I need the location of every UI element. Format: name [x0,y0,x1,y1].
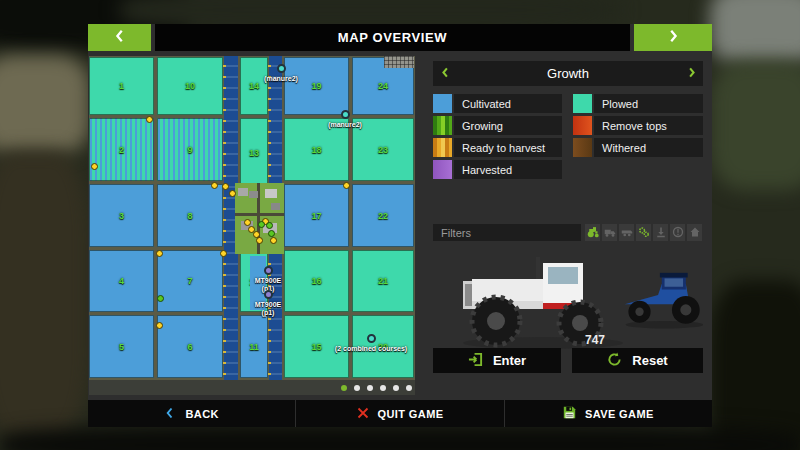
poi-dot-yellow [229,190,236,197]
field-number: 3 [119,211,124,221]
truck-filter-button[interactable] [602,224,617,241]
back-button-label: BACK [185,408,218,420]
map-pin[interactable] [341,110,350,119]
map-page-dot-2[interactable] [367,385,373,391]
background-dark-blur [710,280,800,450]
field-number: 18 [311,145,321,155]
map-pin-label: (manure2) [264,75,298,83]
map-page-dot-4[interactable] [393,385,399,391]
poi-dot-green [258,221,265,228]
field-1[interactable]: 1 [89,57,154,115]
field-number: 4 [119,276,124,286]
legend-label: Withered [594,138,703,157]
prev-page-button[interactable] [88,24,151,51]
page-title: MAP OVERVIEW [155,24,630,51]
chevron-left-icon [164,407,176,421]
tractor-filter-button[interactable] [585,224,600,241]
map-page-dot-0[interactable] [341,385,347,391]
field-number: 14 [249,81,259,91]
map-page-dots [341,385,412,391]
legend-item-ready-to-harvest: Ready to harvest [433,138,562,157]
map-page-dot-3[interactable] [380,385,386,391]
cultivated-swatch [433,94,452,113]
reset-vehicle-button[interactable]: Reset [572,348,703,373]
selected-vehicle-name: 747 [545,333,645,347]
legend-label: Harvested [454,160,562,179]
field-number: 5 [119,342,124,352]
poi-dot-yellow [156,250,163,257]
alert-filter-button[interactable] [670,224,685,241]
overlay-title: Growth [433,61,703,86]
enter-button-label: Enter [493,353,526,368]
growing-swatch [433,116,452,135]
field-11[interactable]: 11 [240,315,268,378]
legend-item-harvested: Harvested [433,160,562,179]
poi-dot-yellow [91,163,98,170]
quit-game-button[interactable]: QUIT GAME [295,400,503,427]
truck-icon [604,224,616,242]
field-16[interactable]: 16 [284,250,349,312]
field-8[interactable]: 8 [157,184,223,247]
background-foliage-blur [710,60,800,190]
legend-label: Plowed [594,94,703,113]
field-9[interactable]: 9 [157,118,223,181]
legend-item-withered: Withered [573,138,703,157]
overlay-next-button[interactable] [679,61,703,86]
save-game-button[interactable]: SAVE GAME [504,400,712,427]
field-5[interactable]: 5 [89,315,154,378]
next-page-button[interactable] [634,24,712,51]
field-2[interactable]: 2 [89,118,154,181]
field-6[interactable]: 6 [157,315,223,378]
chevron-left-icon [113,29,127,46]
field-10[interactable]: 10 [157,57,223,115]
reset-icon [607,352,622,370]
save-button-label: SAVE GAME [585,408,654,420]
overlay-selector: Growth [433,61,703,86]
legend-item-growing: Growing [433,116,562,135]
gears-filter-button[interactable] [636,224,651,241]
poi-dot-green [266,222,273,229]
floppy-disk-icon [563,406,576,421]
village-building [265,189,277,198]
download-icon [655,224,667,242]
map-canvas[interactable]: 110141924291318233817224712162156111520 … [89,56,415,395]
map-pin[interactable] [367,334,376,343]
field-7[interactable]: 7 [157,250,223,312]
field-number: 9 [187,145,192,155]
plowed-swatch [573,94,592,113]
farm-buildings-grid [384,56,414,68]
legend-label: Cultivated [454,94,562,113]
map-pin[interactable] [277,64,286,73]
field-22[interactable]: 22 [352,184,414,247]
download-filter-button[interactable] [653,224,668,241]
poi-dot-yellow [211,182,218,189]
chevron-right-icon [666,29,680,46]
trailer-icon [621,224,633,242]
reset-button-label: Reset [632,353,667,368]
home-filter-button[interactable] [687,224,702,241]
enter-vehicle-button[interactable]: Enter [433,348,561,373]
enter-icon [468,352,483,370]
field-number: 15 [311,342,321,352]
field-4[interactable]: 4 [89,250,154,312]
field-19[interactable]: 19 [284,57,349,115]
trailer-filter-button[interactable] [619,224,634,241]
field-13[interactable]: 13 [240,118,268,188]
field-17[interactable]: 17 [284,184,349,247]
map-pin[interactable] [264,290,273,299]
map-page-dot-5[interactable] [406,385,412,391]
map-pin[interactable] [264,266,273,275]
field-21[interactable]: 21 [352,250,414,312]
field-3[interactable]: 3 [89,184,154,247]
harvested-swatch [433,160,452,179]
chevron-right-icon [686,66,697,81]
field-14[interactable]: 14 [240,57,268,115]
screen: MAP OVERVIEW 110141924291318233817224712… [0,0,800,450]
map-page-dot-1[interactable] [354,385,360,391]
legend-label: Ready to harvest [454,138,562,157]
back-button[interactable]: BACK [88,400,295,427]
legend-item-remove-tops: Remove tops [573,116,703,135]
quit-button-label: QUIT GAME [378,408,444,420]
poi-dot-yellow [222,183,229,190]
field-number: 19 [311,81,321,91]
